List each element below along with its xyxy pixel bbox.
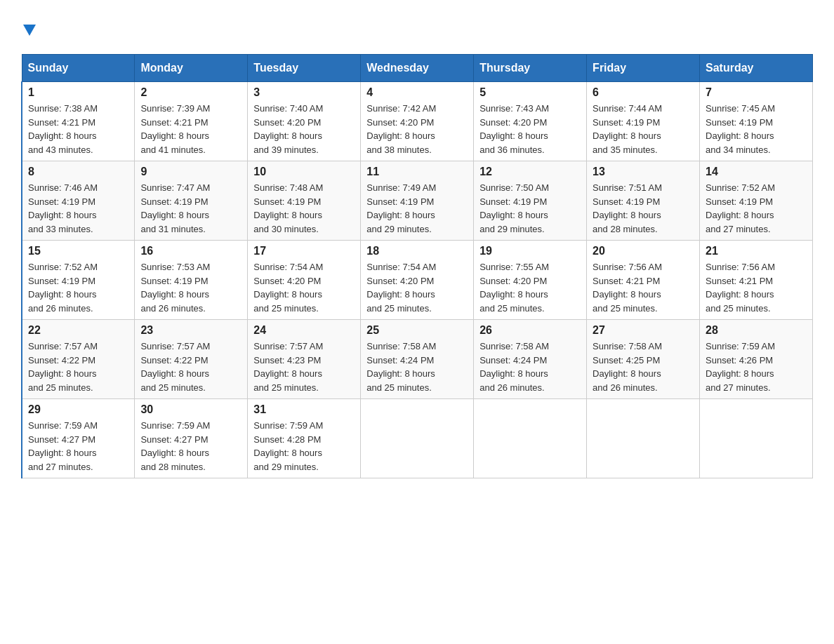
day-info: Sunrise: 7:59 AMSunset: 4:27 PMDaylight:…	[140, 419, 241, 474]
daylight-text: Daylight: 8 hours	[140, 446, 241, 460]
sunset-text: Sunset: 4:23 PM	[253, 354, 355, 368]
day-info: Sunrise: 7:52 AMSunset: 4:19 PMDaylight:…	[706, 181, 807, 236]
col-thursday: Thursday	[474, 55, 587, 82]
daylight-text: Daylight: 8 hours	[140, 288, 241, 302]
daylight-text: Daylight: 8 hours	[253, 288, 355, 302]
table-row: 15Sunrise: 7:52 AMSunset: 4:19 PMDayligh…	[22, 241, 135, 320]
calendar-week-row: 1Sunrise: 7:38 AMSunset: 4:21 PMDaylight…	[22, 82, 813, 161]
sunset-text: Sunset: 4:19 PM	[366, 195, 468, 209]
day-number: 18	[366, 245, 468, 257]
sunset-text: Sunset: 4:19 PM	[253, 195, 355, 209]
day-info: Sunrise: 7:54 AMSunset: 4:20 PMDaylight:…	[366, 260, 468, 315]
day-info: Sunrise: 7:43 AMSunset: 4:20 PMDaylight:…	[479, 102, 581, 156]
sunset-text: Sunset: 4:27 PM	[140, 433, 241, 447]
day-number: 17	[253, 245, 355, 257]
daylight-minutes-text: and 26 minutes.	[140, 302, 241, 316]
sunrise-text: Sunrise: 7:44 AM	[593, 102, 694, 116]
calendar-week-row: 8Sunrise: 7:46 AMSunset: 4:19 PMDaylight…	[22, 161, 813, 241]
day-info: Sunrise: 7:56 AMSunset: 4:21 PMDaylight:…	[706, 260, 807, 315]
day-number: 19	[479, 245, 581, 257]
table-row: 5Sunrise: 7:43 AMSunset: 4:20 PMDaylight…	[474, 82, 587, 161]
daylight-text: Daylight: 8 hours	[366, 208, 468, 222]
sunset-text: Sunset: 4:21 PM	[593, 274, 694, 288]
daylight-minutes-text: and 26 minutes.	[28, 302, 128, 316]
daylight-minutes-text: and 35 minutes.	[593, 143, 694, 157]
daylight-text: Daylight: 8 hours	[593, 367, 694, 381]
day-number: 13	[593, 166, 694, 178]
day-info: Sunrise: 7:59 AMSunset: 4:26 PMDaylight:…	[706, 340, 807, 394]
daylight-text: Daylight: 8 hours	[253, 446, 355, 460]
daylight-minutes-text: and 25 minutes.	[253, 381, 355, 395]
daylight-text: Daylight: 8 hours	[479, 129, 581, 143]
sunrise-text: Sunrise: 7:50 AM	[479, 181, 581, 195]
daylight-minutes-text: and 25 minutes.	[28, 381, 128, 395]
day-number: 31	[253, 403, 355, 416]
table-row: 20Sunrise: 7:56 AMSunset: 4:21 PMDayligh…	[587, 241, 700, 320]
daylight-minutes-text: and 33 minutes.	[28, 222, 128, 236]
sunrise-text: Sunrise: 7:51 AM	[593, 181, 694, 195]
daylight-minutes-text: and 25 minutes.	[706, 302, 807, 316]
day-info: Sunrise: 7:40 AMSunset: 4:20 PMDaylight:…	[253, 102, 355, 156]
day-info: Sunrise: 7:55 AMSunset: 4:20 PMDaylight:…	[479, 260, 581, 315]
daylight-text: Daylight: 8 hours	[253, 208, 355, 222]
daylight-text: Daylight: 8 hours	[28, 367, 128, 381]
calendar-week-row: 22Sunrise: 7:57 AMSunset: 4:22 PMDayligh…	[22, 320, 813, 399]
sunset-text: Sunset: 4:25 PM	[593, 354, 694, 368]
table-row	[587, 399, 700, 478]
day-info: Sunrise: 7:44 AMSunset: 4:19 PMDaylight:…	[593, 102, 694, 156]
sunrise-text: Sunrise: 7:59 AM	[706, 340, 807, 354]
daylight-minutes-text: and 29 minutes.	[366, 222, 468, 236]
table-row: 19Sunrise: 7:55 AMSunset: 4:20 PMDayligh…	[474, 241, 587, 320]
day-info: Sunrise: 7:57 AMSunset: 4:22 PMDaylight:…	[140, 340, 241, 394]
daylight-text: Daylight: 8 hours	[479, 208, 581, 222]
day-info: Sunrise: 7:49 AMSunset: 4:19 PMDaylight:…	[366, 181, 468, 236]
sunrise-text: Sunrise: 7:54 AM	[253, 260, 355, 274]
daylight-text: Daylight: 8 hours	[706, 288, 807, 302]
daylight-text: Daylight: 8 hours	[593, 129, 694, 143]
sunset-text: Sunset: 4:24 PM	[366, 354, 468, 368]
daylight-minutes-text: and 36 minutes.	[479, 143, 581, 157]
day-number: 24	[253, 324, 355, 337]
sunset-text: Sunset: 4:19 PM	[479, 195, 581, 209]
table-row: 23Sunrise: 7:57 AMSunset: 4:22 PMDayligh…	[135, 320, 248, 399]
daylight-minutes-text: and 26 minutes.	[479, 381, 581, 395]
day-number: 25	[366, 324, 468, 337]
day-info: Sunrise: 7:58 AMSunset: 4:25 PMDaylight:…	[593, 340, 694, 394]
daylight-minutes-text: and 43 minutes.	[28, 143, 128, 157]
daylight-minutes-text: and 28 minutes.	[593, 222, 694, 236]
day-number: 1	[28, 86, 128, 99]
day-info: Sunrise: 7:51 AMSunset: 4:19 PMDaylight:…	[593, 181, 694, 236]
sunset-text: Sunset: 4:21 PM	[140, 116, 241, 130]
sunrise-text: Sunrise: 7:39 AM	[140, 102, 241, 116]
daylight-text: Daylight: 8 hours	[253, 129, 355, 143]
table-row: 2Sunrise: 7:39 AMSunset: 4:21 PMDaylight…	[135, 82, 248, 161]
day-info: Sunrise: 7:42 AMSunset: 4:20 PMDaylight:…	[366, 102, 468, 156]
daylight-minutes-text: and 25 minutes.	[366, 302, 468, 316]
col-friday: Friday	[587, 55, 700, 82]
sunrise-text: Sunrise: 7:42 AM	[366, 102, 468, 116]
daylight-minutes-text: and 29 minutes.	[479, 222, 581, 236]
day-number: 2	[140, 86, 241, 99]
daylight-minutes-text: and 25 minutes.	[140, 381, 241, 395]
sunrise-text: Sunrise: 7:43 AM	[479, 102, 581, 116]
table-row: 11Sunrise: 7:49 AMSunset: 4:19 PMDayligh…	[361, 161, 474, 241]
sunrise-text: Sunrise: 7:57 AM	[140, 340, 241, 354]
sunset-text: Sunset: 4:22 PM	[140, 354, 241, 368]
day-info: Sunrise: 7:52 AMSunset: 4:19 PMDaylight:…	[28, 260, 128, 315]
sunset-text: Sunset: 4:20 PM	[366, 274, 468, 288]
day-number: 27	[593, 324, 694, 337]
daylight-minutes-text: and 38 minutes.	[366, 143, 468, 157]
daylight-text: Daylight: 8 hours	[28, 446, 128, 460]
sunrise-text: Sunrise: 7:56 AM	[593, 260, 694, 274]
day-number: 10	[253, 166, 355, 178]
sunset-text: Sunset: 4:20 PM	[253, 274, 355, 288]
daylight-text: Daylight: 8 hours	[706, 208, 807, 222]
daylight-text: Daylight: 8 hours	[28, 129, 128, 143]
table-row: 18Sunrise: 7:54 AMSunset: 4:20 PMDayligh…	[361, 241, 474, 320]
day-number: 28	[706, 324, 807, 337]
sunset-text: Sunset: 4:27 PM	[28, 433, 128, 447]
daylight-text: Daylight: 8 hours	[706, 129, 807, 143]
sunrise-text: Sunrise: 7:53 AM	[140, 260, 241, 274]
daylight-text: Daylight: 8 hours	[593, 208, 694, 222]
table-row	[361, 399, 474, 478]
